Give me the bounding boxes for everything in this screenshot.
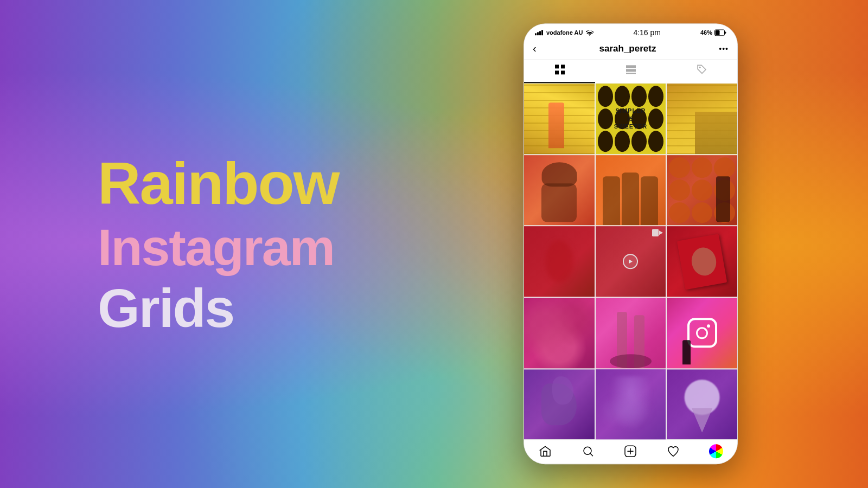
- svg-rect-5: [561, 70, 565, 74]
- signal-icon: [535, 30, 543, 35]
- grid-cell-14[interactable]: [596, 369, 666, 440]
- app-header: ‹ sarah_peretz •••: [524, 39, 737, 60]
- photo-grid: SIMPLER IS SWEETER: [524, 84, 737, 439]
- svg-rect-4: [555, 70, 559, 74]
- grid-cell-15[interactable]: [667, 369, 737, 440]
- nav-search-button[interactable]: [581, 445, 595, 459]
- grid-cell-3[interactable]: [667, 84, 737, 154]
- grid-cell-6[interactable]: [667, 155, 737, 226]
- video-indicator-icon: [652, 229, 663, 239]
- grid-cell-2[interactable]: SIMPLER IS SWEETER: [596, 84, 666, 154]
- grid-cell-8[interactable]: [596, 227, 666, 297]
- tab-grid[interactable]: [524, 60, 595, 83]
- grid-cell-4[interactable]: [524, 155, 595, 226]
- nav-add-button[interactable]: [623, 445, 637, 459]
- profile-tabs: [524, 60, 737, 84]
- svg-rect-1: [716, 30, 720, 35]
- svg-point-12: [584, 447, 591, 455]
- carrier-text: vodafone AU: [546, 29, 583, 36]
- play-button-overlay[interactable]: [623, 254, 638, 269]
- svg-rect-2: [555, 65, 559, 68]
- svg-rect-3: [561, 65, 565, 68]
- battery-percent: 46%: [700, 29, 712, 36]
- color-wheel-icon: [709, 445, 723, 459]
- text-section: Rainbow Instagram Grids: [98, 149, 339, 339]
- status-right: 46%: [700, 29, 726, 36]
- profile-username: sarah_peretz: [537, 43, 719, 54]
- svg-marker-11: [659, 231, 663, 235]
- back-button[interactable]: ‹: [533, 42, 537, 55]
- tab-tagged[interactable]: [666, 60, 737, 83]
- battery-icon: [714, 29, 726, 36]
- grid-cell-11[interactable]: [596, 298, 666, 368]
- svg-rect-6: [626, 65, 636, 68]
- nav-profile-button[interactable]: [709, 445, 723, 459]
- time-display: 4:16 pm: [633, 28, 661, 37]
- nav-bar: [524, 440, 737, 464]
- grid-cell-7[interactable]: [524, 227, 595, 297]
- status-left: vodafone AU: [535, 29, 593, 36]
- svg-rect-10: [652, 229, 659, 237]
- svg-rect-8: [626, 73, 636, 74]
- grid-cell-9[interactable]: [667, 227, 737, 297]
- grid-cell-1[interactable]: [524, 84, 595, 154]
- grid-cell-13[interactable]: [524, 369, 595, 440]
- svg-rect-7: [626, 69, 636, 72]
- status-bar: vodafone AU 4:16 pm 46%: [524, 24, 737, 39]
- phone-mockup: vodafone AU 4:16 pm 46% ‹ sarah_peretz •…: [524, 23, 738, 464]
- more-options-button[interactable]: •••: [719, 44, 729, 53]
- text-grids: Grids: [98, 277, 339, 339]
- nav-home-button[interactable]: [538, 445, 552, 459]
- svg-point-9: [699, 67, 700, 68]
- nav-heart-button[interactable]: [666, 445, 680, 459]
- grid-cell-12[interactable]: [667, 298, 737, 368]
- wifi-icon: [586, 30, 593, 36]
- grid-cell-10[interactable]: [524, 298, 595, 368]
- simpler-is-sweeter-text: SIMPLER IS SWEETER: [596, 84, 666, 154]
- grid-cell-5[interactable]: [596, 155, 666, 226]
- tab-list[interactable]: [595, 60, 666, 83]
- instagram-logo-in-cell: [667, 298, 737, 368]
- text-rainbow: Rainbow: [98, 149, 339, 218]
- text-instagram: Instagram: [98, 217, 339, 277]
